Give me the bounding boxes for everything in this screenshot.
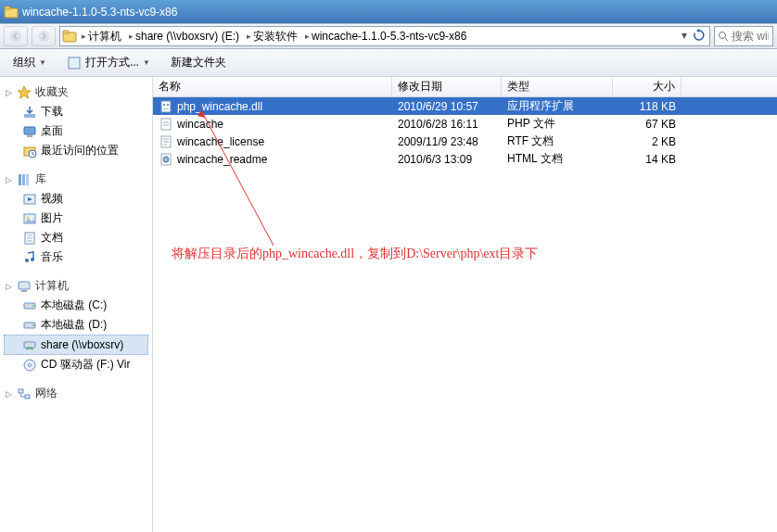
new-folder-button[interactable]: 新建文件夹 — [165, 52, 232, 73]
organize-button[interactable]: 组织 ▼ — [7, 52, 52, 73]
svg-rect-14 — [19, 174, 21, 185]
nav-drive-d[interactable]: 本地磁盘 (D:) — [4, 315, 148, 335]
svg-rect-37 — [161, 101, 171, 112]
window-titlebar: wincache-1.1.0-5.3-nts-vc9-x86 — [0, 0, 777, 23]
nav-music[interactable]: 音乐 — [4, 247, 148, 267]
svg-rect-15 — [22, 174, 25, 185]
folder-icon — [4, 5, 19, 19]
app-icon — [67, 56, 82, 70]
file-type: PHP 文件 — [502, 116, 613, 132]
table-row[interactable]: wincache2010/6/28 16:11PHP 文件67 KB — [153, 115, 777, 133]
file-list-pane: 名称 修改日期 类型 大小 php_wincache.dll2010/6/29 … — [153, 77, 777, 532]
arrow-left-icon — [9, 30, 22, 43]
nav-desktop[interactable]: 桌面 — [4, 121, 148, 141]
nav-drive-c[interactable]: 本地磁盘 (C:) — [4, 296, 148, 315]
desktop-icon — [22, 124, 37, 139]
video-icon — [22, 192, 37, 207]
window-title: wincache-1.1.0-5.3-nts-vc9-x86 — [22, 6, 177, 19]
svg-point-29 — [32, 305, 34, 307]
open-with-button[interactable]: 打开方式... ▼ — [61, 52, 156, 73]
svg-rect-9 — [24, 114, 35, 118]
html-icon — [159, 152, 173, 167]
svg-rect-27 — [21, 290, 27, 292]
network-group: ▷ 网络 — [4, 384, 148, 403]
svg-point-38 — [163, 103, 165, 105]
nav-share-drive[interactable]: share (\\vboxsrv) — [4, 335, 148, 355]
svg-rect-35 — [19, 389, 23, 393]
nav-pictures[interactable]: 图片 — [4, 209, 148, 228]
breadcrumb[interactable]: ▸计算机 ▸share (\\vboxsrv) (E:) ▸安装软件 ▸winc… — [59, 26, 710, 46]
file-size: 14 KB — [613, 153, 681, 166]
computer-header[interactable]: ▷ 计算机 — [4, 276, 148, 296]
forward-button[interactable] — [32, 26, 56, 46]
nav-documents[interactable]: 文档 — [4, 228, 148, 247]
computer-icon — [17, 279, 32, 294]
search-input[interactable] — [732, 30, 769, 43]
nav-recent[interactable]: 最近访问的位置 — [4, 141, 148, 160]
file-name: wincache_license — [177, 135, 264, 148]
file-size: 67 KB — [613, 118, 681, 131]
file-size: 2 KB — [613, 135, 681, 148]
svg-rect-41 — [161, 119, 171, 130]
folder-icon — [62, 29, 77, 44]
crumb-wincache[interactable]: ▸wincache-1.1.0-5.3-nts-vc9-x86 — [302, 30, 469, 43]
favorites-group: ▷ 收藏夹 下载 桌面 最近访问的位置 — [4, 82, 148, 160]
refresh-icon[interactable] — [693, 29, 707, 44]
network-icon — [17, 386, 32, 401]
rtf-icon — [159, 134, 173, 149]
svg-line-7 — [725, 38, 728, 41]
svg-point-24 — [25, 259, 29, 262]
file-name: php_wincache.dll — [177, 100, 262, 113]
crumb-share[interactable]: ▸share (\\vboxsrv) (E:) — [126, 30, 242, 43]
svg-rect-32 — [24, 342, 35, 348]
svg-rect-8 — [69, 57, 80, 69]
libraries-header[interactable]: ▷ 库 — [4, 170, 148, 189]
crumb-computer[interactable]: ▸计算机 — [79, 29, 124, 44]
back-button[interactable] — [4, 26, 28, 46]
music-icon — [22, 250, 37, 265]
file-date: 2009/11/9 23:48 — [392, 135, 502, 148]
file-date: 2010/6/28 16:11 — [392, 118, 502, 131]
favorites-header[interactable]: ▷ 收藏夹 — [4, 82, 148, 102]
col-name[interactable]: 名称 — [153, 77, 392, 96]
annotation-text: 将解压目录后的php_wincache.dll，复制到D:\Server\php… — [172, 246, 538, 262]
column-headers: 名称 修改日期 类型 大小 — [153, 77, 777, 97]
drive-icon — [22, 298, 37, 313]
svg-point-6 — [720, 32, 726, 39]
netdrive-icon — [22, 337, 37, 352]
svg-rect-1 — [5, 6, 10, 9]
library-icon — [17, 172, 32, 187]
arrow-right-icon — [37, 30, 50, 43]
nav-cd-drive[interactable]: CD 驱动器 (F:) Vir — [4, 355, 148, 374]
search-icon — [718, 31, 729, 42]
table-row[interactable]: wincache_license2009/11/9 23:48RTF 文档2 K… — [153, 133, 777, 150]
svg-rect-11 — [27, 135, 32, 137]
address-bar-row: ▸计算机 ▸share (\\vboxsrv) (E:) ▸安装软件 ▸winc… — [0, 23, 777, 49]
drive-icon — [22, 318, 37, 333]
file-type: RTF 文档 — [502, 133, 613, 149]
nav-videos[interactable]: 视频 — [4, 189, 148, 209]
file-type: HTML 文档 — [502, 151, 613, 167]
dropdown-icon[interactable]: ▾ — [678, 29, 691, 44]
col-date[interactable]: 修改日期 — [392, 77, 502, 96]
svg-point-2 — [10, 31, 21, 42]
nav-downloads[interactable]: 下载 — [4, 102, 148, 121]
svg-point-3 — [38, 31, 49, 42]
svg-rect-10 — [24, 127, 35, 134]
dll-icon — [159, 99, 173, 114]
picture-icon — [22, 211, 37, 226]
crumb-installsw[interactable]: ▸安装软件 — [244, 29, 300, 44]
file-name: wincache — [177, 118, 223, 131]
navigation-pane: ▷ 收藏夹 下载 桌面 最近访问的位置 ▷ 库 视频 图片 文档 音乐 ▷ 计算… — [0, 77, 153, 532]
col-type[interactable]: 类型 — [502, 77, 613, 96]
search-box[interactable] — [714, 26, 773, 46]
table-row[interactable]: wincache_readme2010/6/3 13:09HTML 文档14 K… — [153, 150, 777, 168]
svg-rect-26 — [19, 282, 30, 289]
toolbar: 组织 ▼ 打开方式... ▼ 新建文件夹 — [0, 49, 777, 77]
file-list[interactable]: php_wincache.dll2010/6/29 10:57应用程序扩展118… — [153, 97, 777, 532]
network-header[interactable]: ▷ 网络 — [4, 384, 148, 403]
document-icon — [22, 231, 37, 246]
svg-rect-36 — [25, 395, 30, 399]
col-size[interactable]: 大小 — [613, 77, 681, 96]
table-row[interactable]: php_wincache.dll2010/6/29 10:57应用程序扩展118… — [153, 97, 777, 115]
